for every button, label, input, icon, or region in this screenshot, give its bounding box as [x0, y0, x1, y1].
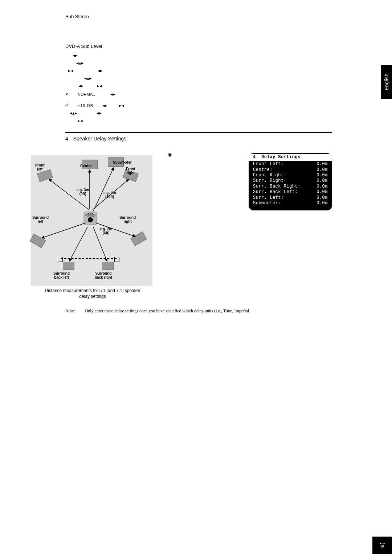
less-than-icon: <	[65, 102, 68, 108]
page-number: 15	[380, 545, 384, 549]
note-line: Note: Only enter these delay settings on…	[65, 308, 327, 314]
label-centre: Centre	[80, 164, 92, 168]
less-than-icon: <	[65, 91, 68, 97]
osd-row: Subwoofer:0.0m	[253, 201, 328, 206]
nav-icon-group: ◂▴▸	[84, 75, 92, 82]
nav-icon-group: ◂▸	[73, 52, 78, 59]
osd-row: Surr. Left:0.0m	[253, 195, 328, 201]
nav-icon-group: ▸◂	[68, 67, 73, 75]
osd-row: Front Left:0.0m	[253, 161, 328, 167]
option-plus10db: +10 DB	[78, 103, 93, 108]
nav-icon-group: ▸◂	[97, 82, 102, 90]
label-eg-2m: e.g. 2m (6ft)	[100, 227, 112, 235]
label-front-left: Front left	[35, 163, 45, 171]
label-surround-left: Surround left	[32, 216, 49, 223]
diagram-caption: Distance measurements for 5.1 [and 7.1] …	[44, 288, 142, 299]
label-surround-right: Surround right	[119, 216, 136, 223]
corner-nav-icon: ◂▴◂	[380, 542, 385, 545]
nav-icon-group: ◂▴▸	[76, 59, 84, 67]
label-front-right: Front right	[126, 167, 135, 175]
nav-icon-group: ◂▸	[102, 102, 107, 110]
osd-title: 4. Delay Settings	[249, 154, 332, 161]
osd-row: Centre:0.0m	[253, 167, 328, 173]
bracket-right	[114, 257, 119, 262]
dvd-a-sub-level-title: DVD-A Sub Level	[65, 43, 240, 50]
nav-icon-group: ◂▸	[78, 82, 83, 90]
osd-row: Surr. Back Right:0.0m	[253, 184, 328, 189]
svg-line-7	[69, 227, 87, 261]
nav-icon-group: ◂▸	[97, 110, 102, 117]
language-label: English	[384, 74, 389, 90]
nav-icon-group: ◂▸	[98, 67, 103, 75]
note-label: Note:	[65, 308, 75, 313]
svg-line-9	[93, 168, 114, 211]
back-speakers-link	[61, 258, 117, 259]
label-eg-3m: e.g. 3m (9ft)	[77, 188, 89, 196]
nav-icon-group: ◂▴▸	[70, 110, 77, 117]
section-divider	[65, 132, 332, 133]
sub-level-block: DVD-A Sub Level ◂▸ ◂▴▸ ▸◂ ◂▸ ◂▴▸ ◂▸ ▸◂ <…	[65, 43, 240, 124]
section-number: 4	[65, 136, 68, 141]
bracket-left	[58, 257, 63, 262]
section-title-text: Speaker Delay Settings	[73, 136, 126, 141]
speaker-layout-diagram: Front left Centre Subwoofer Front right …	[31, 155, 152, 286]
section-4-heading: 4 Speaker Delay Settings	[65, 136, 126, 141]
page-corner: ◂▴◂ 15	[372, 537, 392, 554]
display-icon: ◉	[168, 152, 172, 157]
nav-icon-group: ▸◂	[119, 102, 124, 110]
header-sub-stereo: Sub Stereo	[65, 14, 89, 19]
label-eg-4m: e.g. 4m (12ft)	[103, 191, 116, 199]
note-body: Only enter these delay settings once you…	[85, 308, 249, 313]
svg-line-5	[42, 223, 86, 238]
language-tab: English	[381, 65, 392, 99]
label-subwoofer: Subwoofer	[113, 160, 132, 164]
osd-row: Surr. Back Left:0.0m	[253, 189, 328, 195]
osd-row: Front Right:0.0m	[253, 173, 328, 178]
osd-delay-settings-panel: 4. Delay Settings Front Left:0.0m Centre…	[249, 153, 332, 210]
nav-icon-group: ◂▸	[110, 91, 115, 98]
osd-row: Surr. Right:0.0m	[253, 178, 328, 184]
nav-icon-group: ▸◂	[78, 117, 83, 125]
label-surround-back-right: Surround back right	[95, 271, 112, 279]
label-surround-back-left: Surround back left	[53, 271, 70, 279]
option-normal: NORMAL	[78, 92, 95, 97]
